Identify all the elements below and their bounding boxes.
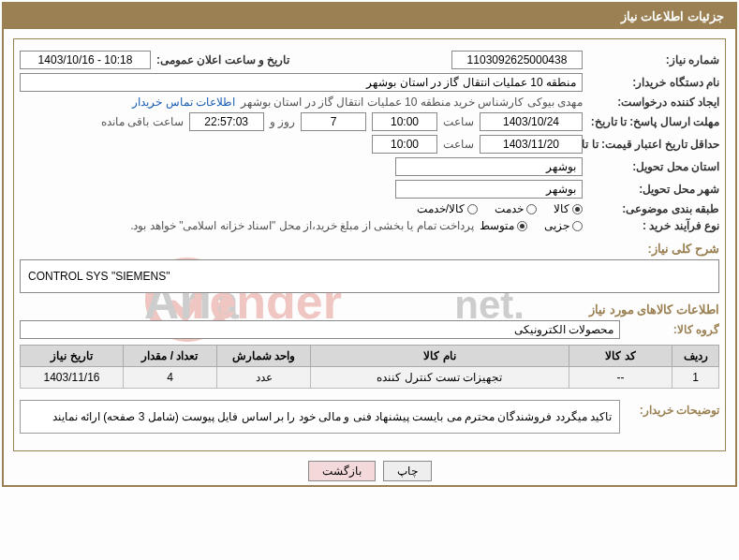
days-and-label: روز و	[270, 115, 295, 128]
col-qty: تعداد / مقدار	[124, 346, 217, 367]
row-buyer-note: توضیحات خریدار: تاکید میگردد فروشندگان م…	[20, 394, 719, 439]
category-option-2[interactable]: کالا/خدمت	[417, 202, 478, 215]
row-buyer-org: نام دستگاه خریدار: منطقه 10 عملیات انتقا…	[20, 73, 719, 92]
min-validity-date: 1403/11/20	[480, 135, 583, 154]
province-value: بوشهر	[395, 157, 583, 176]
footer-buttons: چاپ بازگشت	[4, 461, 735, 481]
category-radio-group: کالا خدمت کالا/خدمت	[417, 202, 583, 215]
print-button[interactable]: چاپ	[383, 461, 432, 481]
radio-icon	[572, 221, 583, 231]
category-option-1[interactable]: خدمت	[495, 202, 537, 215]
process-note: پرداخت تمام یا بخشی از مبلغ خرید،از محل …	[130, 219, 474, 232]
col-name: نام کالا	[311, 346, 569, 367]
table-row: 1 -- تجهیزات تست کنترل کننده عدد 4 1403/…	[21, 367, 719, 389]
requestor-value: مهدی بیوکی کارشناس خرید منطقه 10 عملیات …	[241, 96, 583, 109]
process-option-0-label: جزیی	[544, 219, 569, 232]
row-deadline-reply: مهلت ارسال پاسخ: تا تاریخ: 1403/10/24 سا…	[20, 112, 719, 131]
city-value: بوشهر	[395, 180, 583, 199]
row-province: استان محل تحویل: بوشهر	[20, 157, 719, 176]
process-label: نوع فرآیند خرید :	[588, 219, 719, 232]
cell-idx: 1	[672, 367, 719, 389]
row-need-number: شماره نیاز: 1103092625000438 تاریخ و ساع…	[20, 51, 719, 69]
goods-table: ردیف کد کالا نام کالا واحد شمارش تعداد /…	[20, 345, 719, 389]
radio-icon	[526, 204, 537, 214]
min-validity-time-label: ساعت	[443, 138, 474, 151]
row-process: نوع فرآیند خرید : جزیی متوسط پرداخت تمام…	[20, 219, 719, 232]
need-number-value: 1103092625000438	[451, 51, 583, 69]
deadline-reply-time: 10:00	[372, 112, 437, 131]
remaining-label: ساعت باقی مانده	[101, 115, 184, 128]
goods-group-label: گروه کالا:	[626, 323, 719, 336]
buyer-note-label: توضیحات خریدار:	[626, 394, 719, 417]
announce-label: تاریخ و ساعت اعلان عمومی:	[156, 53, 289, 66]
goods-group-value: محصولات الکترونیکی	[20, 320, 620, 339]
cell-unit: عدد	[217, 367, 311, 389]
overall-need-label: شرح کلی نیاز:	[20, 242, 719, 256]
category-option-0-label: کالا	[554, 202, 569, 215]
buyer-contact-link[interactable]: اطلاعات تماس خریدار	[132, 96, 235, 109]
cell-qty: 4	[124, 367, 217, 389]
form-body: شماره نیاز: 1103092625000438 تاریخ و ساع…	[13, 38, 726, 451]
requestor-label: ایجاد کننده درخواست:	[588, 96, 719, 109]
province-label: استان محل تحویل:	[588, 160, 719, 173]
cell-name: تجهیزات تست کنترل کننده	[311, 367, 569, 389]
deadline-countdown: 22:57:03	[189, 112, 264, 131]
category-label: طبقه بندی موضوعی:	[588, 202, 719, 215]
min-validity-time: 10:00	[372, 135, 437, 154]
col-code: کد کالا	[569, 346, 672, 367]
row-category: طبقه بندی موضوعی: کالا خدمت کالا/خدمت	[20, 202, 719, 215]
process-option-0[interactable]: جزیی	[544, 219, 583, 232]
cell-date: 1403/11/16	[21, 367, 124, 389]
min-validity-label: حداقل تاریخ اعتبار قیمت: تا تاریخ:	[588, 138, 719, 151]
deadline-time-label: ساعت	[443, 115, 474, 128]
details-panel: جزئیات اطلاعات نیاز Aria Tender .net شما…	[2, 2, 737, 487]
goods-table-header-row: ردیف کد کالا نام کالا واحد شمارش تعداد /…	[21, 346, 719, 367]
row-requestor: ایجاد کننده درخواست: مهدی بیوکی کارشناس …	[20, 96, 719, 109]
row-min-validity: حداقل تاریخ اعتبار قیمت: تا تاریخ: 1403/…	[20, 135, 719, 154]
deadline-reply-date: 1403/10/24	[480, 112, 583, 131]
col-idx: ردیف	[672, 346, 719, 367]
goods-section-title: اطلاعات کالاهای مورد نیاز	[20, 302, 719, 317]
col-date: تاریخ نیاز	[21, 346, 124, 367]
process-radio-group: جزیی متوسط	[480, 219, 583, 232]
col-unit: واحد شمارش	[217, 346, 311, 367]
buyer-note-text: تاکید میگردد فروشندگان محترم می بایست پی…	[20, 400, 620, 434]
row-goods-group: گروه کالا: محصولات الکترونیکی	[20, 320, 719, 339]
radio-icon	[572, 204, 583, 214]
panel-title: جزئیات اطلاعات نیاز	[4, 4, 735, 29]
back-button[interactable]: بازگشت	[308, 461, 376, 481]
overall-need-value: CONTROL SYS "SIEMENS"	[20, 259, 719, 293]
radio-icon	[467, 204, 478, 214]
row-city: شهر محل تحویل: بوشهر	[20, 180, 719, 199]
need-number-label: شماره نیاز:	[588, 53, 719, 66]
process-option-1[interactable]: متوسط	[480, 219, 527, 232]
announce-value: 1403/10/16 - 10:18	[20, 51, 151, 69]
buyer-org-value: منطقه 10 عملیات انتقال گاز در استان بوشه…	[20, 73, 583, 92]
process-option-1-label: متوسط	[480, 219, 514, 232]
category-option-2-label: کالا/خدمت	[417, 202, 465, 215]
buyer-org-label: نام دستگاه خریدار:	[588, 76, 719, 89]
deadline-reply-label: مهلت ارسال پاسخ: تا تاریخ:	[588, 115, 719, 128]
cell-code: --	[569, 367, 672, 389]
radio-icon	[517, 221, 527, 231]
deadline-reply-days: 7	[301, 112, 366, 131]
city-label: شهر محل تحویل:	[588, 183, 719, 196]
category-option-1-label: خدمت	[495, 202, 524, 215]
category-option-0[interactable]: کالا	[554, 202, 583, 215]
